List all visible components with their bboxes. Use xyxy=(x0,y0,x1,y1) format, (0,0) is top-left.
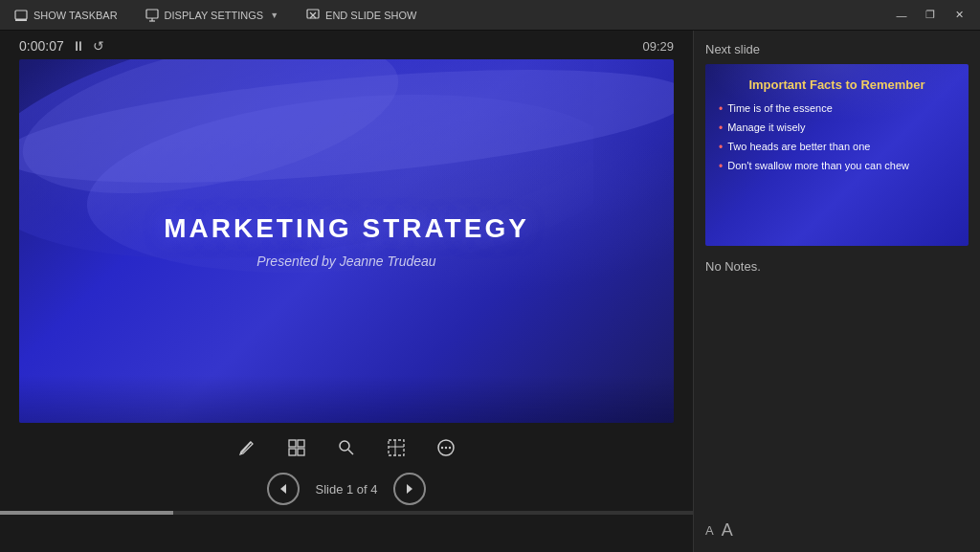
bullet-text-3: Two heads are better than one xyxy=(727,140,870,153)
nav-row: Slide 1 of 4 xyxy=(0,469,693,511)
svg-point-24 xyxy=(445,447,447,449)
pen-icon xyxy=(237,438,256,457)
pointer-tool-button[interactable] xyxy=(381,432,412,463)
svg-point-10 xyxy=(19,59,412,222)
toolbar-row xyxy=(0,423,693,469)
current-slide-preview: MARKETING STRATEGY Presented by Jeanne T… xyxy=(19,59,674,423)
countdown-timer: 09:29 xyxy=(642,39,674,54)
restart-button[interactable]: ↺ xyxy=(93,38,104,54)
bullet-text-2: Manage it wisely xyxy=(727,121,805,134)
progress-fill xyxy=(0,511,173,515)
taskbar-icon xyxy=(13,8,29,23)
titlebar-right: — ❐ ✕ xyxy=(888,6,972,25)
countdown-time: 09:29 xyxy=(642,39,674,54)
show-taskbar-label: SHOW TASKBAR xyxy=(33,10,118,21)
next-slide-button[interactable] xyxy=(393,473,426,505)
svg-rect-16 xyxy=(298,449,304,455)
bullet-dot-2: • xyxy=(719,121,723,135)
display-settings-label: DISPLAY SETTINGS xyxy=(165,10,264,21)
display-settings-button[interactable]: DISPLAY SETTINGS ▼ xyxy=(139,5,284,26)
display-settings-chevron: ▼ xyxy=(270,11,278,20)
pause-button[interactable]: ⏸ xyxy=(72,38,85,54)
timer-row: 0:00:07 ⏸ ↺ 09:29 xyxy=(0,38,693,59)
prev-slide-button[interactable] xyxy=(267,473,300,505)
end-slide-show-label: END SLIDE SHOW xyxy=(325,10,416,21)
svg-rect-19 xyxy=(389,440,404,455)
svg-rect-5 xyxy=(307,10,319,18)
search-icon xyxy=(337,438,356,457)
decrease-font-button[interactable]: A xyxy=(705,523,714,538)
bullet-dot-3: • xyxy=(719,141,723,154)
titlebar-left: SHOW TASKBAR DISPLAY SETTINGS ▼ xyxy=(8,5,422,26)
end-slide-show-icon xyxy=(305,8,321,23)
next-slide-bullet-2: • Manage it wisely xyxy=(719,121,955,135)
grid-icon xyxy=(287,438,306,457)
next-slide-label: Next slide xyxy=(705,42,969,56)
more-icon xyxy=(436,438,456,457)
show-taskbar-button[interactable]: SHOW TASKBAR xyxy=(8,5,123,26)
prev-arrow-icon xyxy=(277,482,290,496)
main-layout: 0:00:07 ⏸ ↺ 09:29 xyxy=(0,31,980,552)
grid-tool-button[interactable] xyxy=(281,432,312,463)
font-resize-row: A A xyxy=(705,513,969,541)
slide-main-title: MARKETING STRATEGY xyxy=(164,213,529,244)
elapsed-time: 0:00:07 xyxy=(19,38,64,54)
restore-button[interactable]: ❐ xyxy=(917,6,944,25)
svg-point-17 xyxy=(340,441,349,451)
bullet-text-4: Don't swallow more than you can chew xyxy=(727,159,909,172)
presenter-left-panel: 0:00:07 ⏸ ↺ 09:29 xyxy=(0,31,693,552)
svg-point-25 xyxy=(449,447,451,449)
svg-rect-14 xyxy=(298,440,304,447)
svg-rect-0 xyxy=(15,11,27,19)
titlebar: SHOW TASKBAR DISPLAY SETTINGS ▼ xyxy=(0,0,980,31)
svg-rect-13 xyxy=(289,440,296,447)
next-arrow-icon xyxy=(403,482,416,496)
notes-label: No Notes. xyxy=(705,259,969,274)
next-slide-bullet-1: • Time is of the essence xyxy=(719,101,955,116)
svg-rect-15 xyxy=(289,449,296,455)
next-slide-bullet-4: • Don't swallow more than you can chew xyxy=(719,159,955,173)
close-button[interactable]: ✕ xyxy=(946,6,972,25)
next-slide-heading: Important Facts to Remember xyxy=(719,77,955,92)
presenter-right-panel: Next slide Important Facts to Remember •… xyxy=(693,31,980,552)
pointer-icon xyxy=(387,438,406,457)
end-slide-show-button[interactable]: END SLIDE SHOW xyxy=(300,5,422,26)
timer-left: 0:00:07 ⏸ ↺ xyxy=(19,38,104,54)
bullet-dot-1: • xyxy=(719,102,723,116)
display-settings-icon xyxy=(145,8,160,23)
minimize-button[interactable]: — xyxy=(888,6,915,25)
notes-area xyxy=(705,277,969,513)
slide-reflection xyxy=(19,375,674,423)
more-tools-button[interactable] xyxy=(431,432,461,463)
progress-bar xyxy=(0,511,693,515)
svg-marker-26 xyxy=(280,484,286,494)
next-slide-bullet-3: • Two heads are better than one xyxy=(719,140,955,154)
svg-rect-2 xyxy=(146,10,158,18)
increase-font-button[interactable]: A xyxy=(722,520,733,541)
bullet-dot-4: • xyxy=(719,160,723,173)
next-slide-thumbnail: Important Facts to Remember • Time is of… xyxy=(705,64,969,246)
svg-point-23 xyxy=(441,447,443,449)
zoom-tool-button[interactable] xyxy=(331,432,362,463)
pen-tool-button[interactable] xyxy=(232,432,262,463)
bullet-text-1: Time is of the essence xyxy=(727,101,833,115)
slide-subtitle: Presented by Jeanne Trudeau xyxy=(256,254,435,269)
slide-counter: Slide 1 of 4 xyxy=(315,482,377,497)
svg-marker-27 xyxy=(407,484,412,494)
svg-rect-1 xyxy=(15,19,27,21)
svg-line-18 xyxy=(348,450,353,454)
